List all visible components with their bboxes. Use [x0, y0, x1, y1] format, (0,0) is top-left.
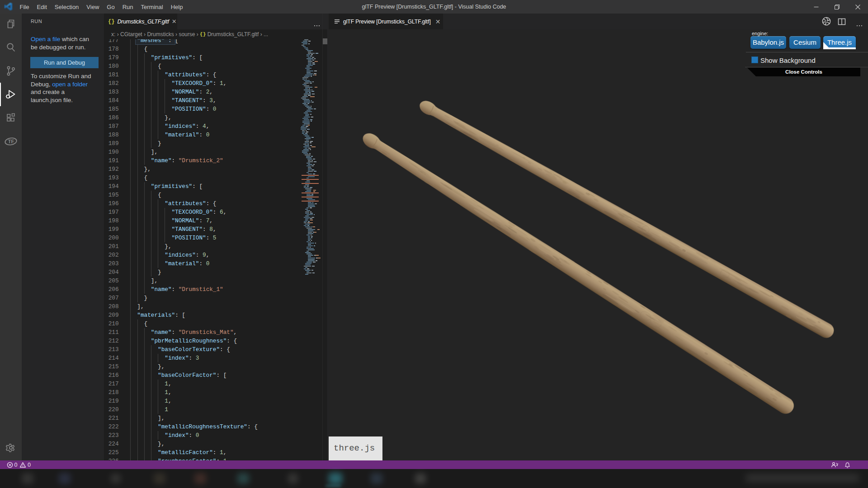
svg-text:TF: TF — [8, 139, 14, 144]
svg-text:0: 0 — [28, 462, 31, 468]
svg-text:0: 0 — [14, 462, 18, 468]
